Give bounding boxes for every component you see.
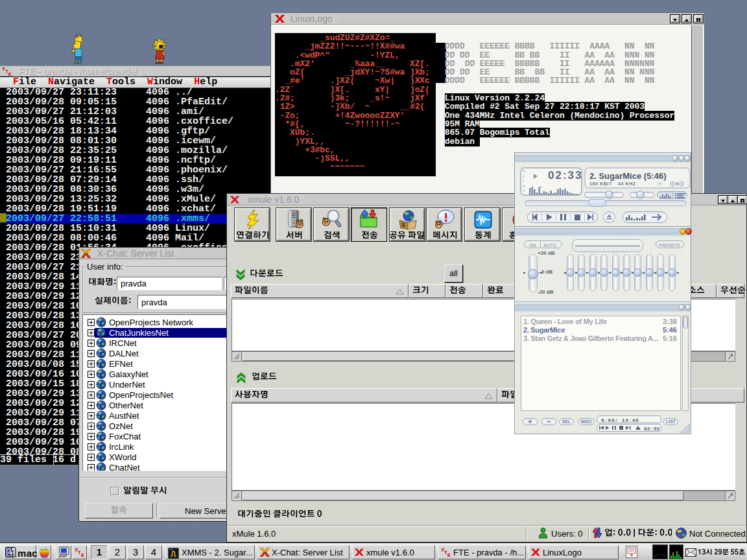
svg-text:E: E (447, 552, 451, 557)
svg-text:02:33: 02:33 (644, 426, 659, 432)
svg-text:T: T (6, 69, 8, 74)
svg-text:E: E (81, 552, 84, 557)
svg-text:$: $ (402, 222, 405, 228)
svg-text:E: E (8, 72, 12, 76)
svg-text:F: F (3, 67, 5, 71)
